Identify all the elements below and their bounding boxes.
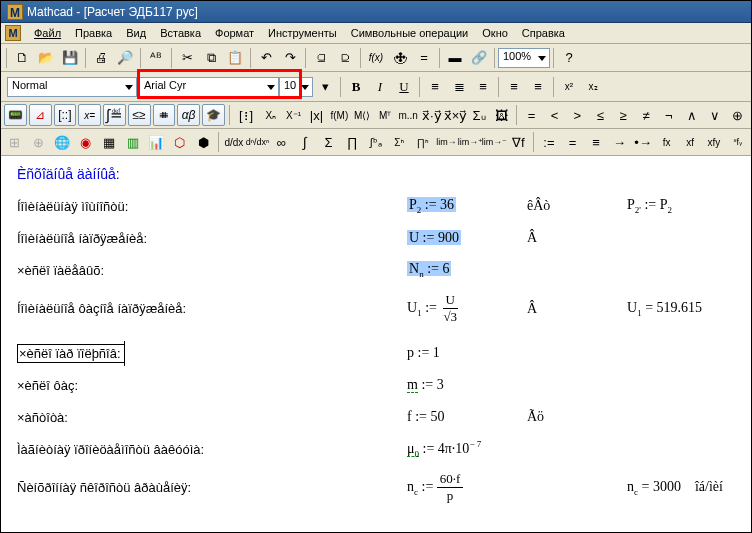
- and-btn[interactable]: ∧: [681, 104, 702, 126]
- unit-button[interactable]: 🕁: [389, 47, 411, 69]
- vectorplot-btn[interactable]: 📊: [145, 131, 167, 153]
- nderiv-btn[interactable]: dⁿ/dxⁿ: [247, 131, 269, 153]
- sum-m-btn[interactable]: Σ: [318, 131, 340, 153]
- bullets-button[interactable]: ≡: [503, 76, 525, 98]
- fx-button[interactable]: f(x): [365, 47, 387, 69]
- deriv-btn[interactable]: d/dx: [223, 131, 245, 153]
- ne-btn[interactable]: ≠: [636, 104, 657, 126]
- evaluate-btn[interactable]: =: [562, 131, 584, 153]
- limr-btn[interactable]: lim→⁺: [460, 131, 482, 153]
- column-btn[interactable]: M⟨⟩: [352, 104, 373, 126]
- picture-btn[interactable]: 🖼: [491, 104, 512, 126]
- eval-button[interactable]: =: [413, 47, 435, 69]
- abs-btn[interactable]: |x|: [306, 104, 327, 126]
- expr-p[interactable]: p := 1: [407, 345, 527, 361]
- expr-m[interactable]: m := 3: [407, 377, 527, 393]
- numbers-button[interactable]: ≡: [527, 76, 549, 98]
- menu-file[interactable]: Файл: [27, 25, 68, 41]
- calculus-palette[interactable]: ∫≝: [103, 104, 126, 126]
- align2-button[interactable]: ⫒: [334, 47, 356, 69]
- prod-m-btn[interactable]: ∏: [341, 131, 363, 153]
- new-button[interactable]: 🗋: [11, 47, 33, 69]
- eval-palette[interactable]: x=: [78, 104, 101, 126]
- xfy2-btn[interactable]: ˣfᵧ: [727, 131, 749, 153]
- menu-symbolic[interactable]: Символьные операции: [344, 25, 476, 41]
- lim-btn[interactable]: lim→: [436, 131, 458, 153]
- grad-btn[interactable]: ∇f: [508, 131, 530, 153]
- expr-u1[interactable]: U1 := U√3: [407, 292, 527, 325]
- mdi-icon[interactable]: M: [5, 25, 21, 41]
- superscript-button[interactable]: x²: [558, 76, 580, 98]
- res-u1[interactable]: U1 = 519.615: [627, 300, 702, 318]
- underline-button[interactable]: U: [393, 76, 415, 98]
- align-center-button[interactable]: ≣: [448, 76, 470, 98]
- vectorize-btn[interactable]: f(M): [329, 104, 350, 126]
- xf-btn[interactable]: xf: [679, 131, 701, 153]
- cut-button[interactable]: ✂: [176, 47, 198, 69]
- preview-button[interactable]: 🔎: [114, 47, 136, 69]
- menu-format[interactable]: Формат: [208, 25, 261, 41]
- menubar[interactable]: M Файл Правка Вид Вставка Формат Инструм…: [1, 23, 751, 44]
- align-button[interactable]: ⫑: [310, 47, 332, 69]
- expr-nc[interactable]: nc := 60·fp: [407, 471, 527, 504]
- xyplot-btn[interactable]: ⊞: [4, 131, 26, 153]
- save-button[interactable]: 💾: [59, 47, 81, 69]
- subscript-button[interactable]: x₂: [582, 76, 604, 98]
- greek-palette[interactable]: αβ: [177, 104, 200, 126]
- dropdown-icon[interactable]: ▾: [314, 76, 336, 98]
- boolean-eq-btn[interactable]: ≡: [585, 131, 607, 153]
- liml-btn[interactable]: lim→⁻: [484, 131, 506, 153]
- integral-btn[interactable]: ∫: [294, 131, 316, 153]
- le-btn[interactable]: ≤: [590, 104, 611, 126]
- defint-btn[interactable]: ∫ᵇₐ: [365, 131, 387, 153]
- menu-edit[interactable]: Правка: [68, 25, 119, 41]
- zoom-select[interactable]: 100%: [498, 48, 550, 68]
- inverse-btn[interactable]: X⁻¹: [283, 104, 304, 126]
- polar-btn[interactable]: ⊕: [28, 131, 50, 153]
- undo-button[interactable]: ↶: [255, 47, 277, 69]
- fx-btn2[interactable]: fx: [656, 131, 678, 153]
- size-select[interactable]: 10: [279, 77, 313, 97]
- expr-p2[interactable]: P2 := 36: [407, 197, 527, 215]
- gt-btn[interactable]: >: [567, 104, 588, 126]
- menu-tools[interactable]: Инструменты: [261, 25, 344, 41]
- arrow2-btn[interactable]: •→: [632, 131, 654, 153]
- calculator-palette[interactable]: 📟: [4, 104, 27, 126]
- text-edit-region[interactable]: ×èñëî ïàð ïîëþñîâ:: [17, 344, 125, 363]
- cross-btn[interactable]: x⃗×y⃗: [445, 104, 467, 126]
- font-select[interactable]: Arial Cyr: [139, 77, 279, 97]
- transpose-btn[interactable]: Mᵀ: [375, 104, 396, 126]
- arrow-btn[interactable]: →: [609, 131, 631, 153]
- matrix-btn[interactable]: [⫶]: [234, 104, 259, 126]
- expr-mu[interactable]: μ0 := 4π·10− 7: [407, 439, 527, 458]
- range-btn[interactable]: m..n: [397, 104, 418, 126]
- align-left-button[interactable]: ≡: [424, 76, 446, 98]
- bold-button[interactable]: B: [345, 76, 367, 98]
- menu-view[interactable]: Вид: [119, 25, 153, 41]
- xfy-btn[interactable]: xfy: [703, 131, 725, 153]
- sumn-btn[interactable]: Σⁿ: [388, 131, 410, 153]
- plot3-btn[interactable]: ⬢: [193, 131, 215, 153]
- matrix-palette[interactable]: [::]: [54, 104, 77, 126]
- prodn-btn[interactable]: ∏ⁿ: [412, 131, 434, 153]
- expr-nn[interactable]: Nn := 6: [407, 261, 527, 279]
- or-btn[interactable]: ∨: [704, 104, 725, 126]
- spellcheck-button[interactable]: ᴬᴮ: [145, 47, 167, 69]
- res-nc[interactable]: nc = 3000 îá/ìèí: [627, 479, 723, 497]
- label-p[interactable]: ×èñëî ïàð ïîëþñîâ:: [17, 344, 407, 363]
- dot-btn[interactable]: x⃗·y⃗: [421, 104, 443, 126]
- barplot-btn[interactable]: ▥: [122, 131, 144, 153]
- expr-f[interactable]: f := 50: [407, 409, 527, 425]
- eq-btn[interactable]: =: [521, 104, 542, 126]
- print-button[interactable]: 🖨: [90, 47, 112, 69]
- 3dscatter-btn[interactable]: ▦: [98, 131, 120, 153]
- not-btn[interactable]: ¬: [658, 104, 679, 126]
- assign-btn[interactable]: :=: [538, 131, 560, 153]
- program-palette[interactable]: ⩩: [153, 104, 176, 126]
- redo-button[interactable]: ↷: [279, 47, 301, 69]
- lt-btn[interactable]: <: [544, 104, 565, 126]
- res-p2prime[interactable]: P2' := P2: [627, 197, 672, 215]
- boolean-palette[interactable]: ≤≥: [128, 104, 151, 126]
- italic-button[interactable]: I: [369, 76, 391, 98]
- contour-btn[interactable]: ◉: [75, 131, 97, 153]
